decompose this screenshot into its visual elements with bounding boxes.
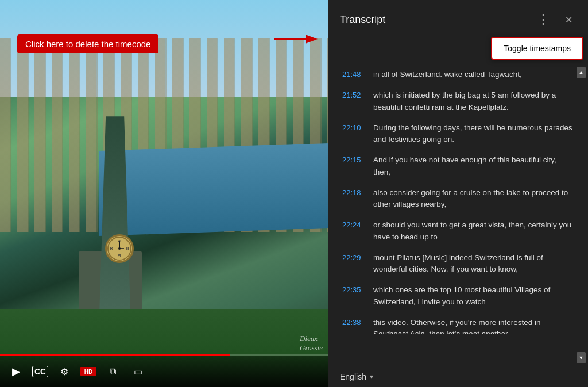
timestamp: 21:52 <box>342 90 364 99</box>
table-row[interactable]: 22:15 And if you have not have enough of… <box>331 150 583 183</box>
scene-river <box>99 143 328 236</box>
video-area: VI XII IX III Click here to delete the t… <box>0 0 328 387</box>
annotation-arrow <box>274 33 320 62</box>
table-row[interactable]: 22:35 which ones are the top 10 most bea… <box>331 280 583 312</box>
timestamp: 22:10 <box>342 122 364 132</box>
timestamp: 22:38 <box>342 317 364 327</box>
video-controls: ▶ CC ⚙ HD ⧉ ▭ <box>0 356 328 387</box>
scene-clock: VI XII IX III <box>105 234 134 263</box>
svg-text:VI: VI <box>118 254 121 257</box>
main-container: VI XII IX III Click here to delete the t… <box>0 0 588 387</box>
scroll-up-button[interactable]: ▲ <box>577 67 586 78</box>
toggle-timestamps-popup[interactable]: Toggle timestamps <box>491 37 583 60</box>
settings-button[interactable]: ⚙ <box>55 362 74 381</box>
timestamp: 22:18 <box>342 187 364 197</box>
timestamp: 22:15 <box>342 154 364 164</box>
theater-button[interactable]: ▭ <box>129 362 147 381</box>
annotation-box: Click here to delete the timecode <box>17 34 158 53</box>
chevron-down-icon: ▾ <box>370 373 373 381</box>
close-button[interactable]: ✕ <box>558 9 579 30</box>
transcript-text: also consider going for a cruise on the … <box>373 187 574 211</box>
transcript-text: mount Pilatus [Music] indeed Switzerland… <box>373 252 574 276</box>
table-row[interactable]: 22:29 mount Pilatus [Music] indeed Switz… <box>331 247 583 280</box>
subtitles-button[interactable]: CC <box>32 366 48 377</box>
transcript-text: or should you want to get a great vista,… <box>373 219 574 243</box>
video-watermark: DieuxGrossie <box>300 334 323 353</box>
transcript-title: Transcript <box>340 14 385 26</box>
timestamp: 22:24 <box>342 219 364 229</box>
svg-text:XII: XII <box>118 239 122 243</box>
transcript-panel: Transcript ⋮ ✕ Toggle timestamps ▲ 21:48… <box>328 0 588 387</box>
language-bar: English ▾ <box>328 366 588 387</box>
table-row[interactable]: 22:38 this video. Otherwise, if you're m… <box>331 312 583 334</box>
hd-badge: HD <box>80 367 96 376</box>
table-row[interactable]: 22:24 or should you want to get a great … <box>331 215 583 247</box>
transcript-text: which is initiated by the big bag at 5 a… <box>373 90 574 113</box>
language-label: English <box>340 372 366 381</box>
transcript-header-icons: ⋮ ✕ <box>533 9 579 30</box>
transcript-text: During the following days, there will be… <box>373 122 574 146</box>
timestamp: 22:35 <box>342 284 364 294</box>
timestamp: 21:48 <box>342 69 364 79</box>
transcript-text: And if you have not have enough of this … <box>373 154 574 178</box>
transcript-header: Transcript ⋮ ✕ <box>328 0 588 37</box>
more-options-button[interactable]: ⋮ <box>533 9 554 30</box>
transcript-text: in all of Switzerland. wake called Tagwa… <box>373 69 522 80</box>
transcript-text: which ones are the top 10 most beautiful… <box>373 284 574 308</box>
svg-text:IX: IX <box>110 247 113 250</box>
miniplayer-button[interactable]: ⧉ <box>103 362 122 381</box>
table-row[interactable]: 21:52 which is initiated by the big bag … <box>331 85 583 118</box>
table-row[interactable]: 22:10 During the following days, there w… <box>331 118 583 150</box>
scroll-down-button[interactable]: ▼ <box>577 352 586 363</box>
transcript-body[interactable]: ▲ 21:48 in all of Switzerland. wake call… <box>328 64 588 366</box>
language-selector[interactable]: English ▾ <box>340 372 577 381</box>
timestamp: 22:29 <box>342 252 364 262</box>
table-row[interactable]: 21:48 in all of Switzerland. wake called… <box>331 64 583 85</box>
svg-text:III: III <box>126 247 129 250</box>
transcript-text: this video. Otherwise, if you're more in… <box>373 317 574 334</box>
table-row[interactable]: 22:18 also consider going for a cruise o… <box>331 183 583 215</box>
play-button[interactable]: ▶ <box>7 362 25 381</box>
